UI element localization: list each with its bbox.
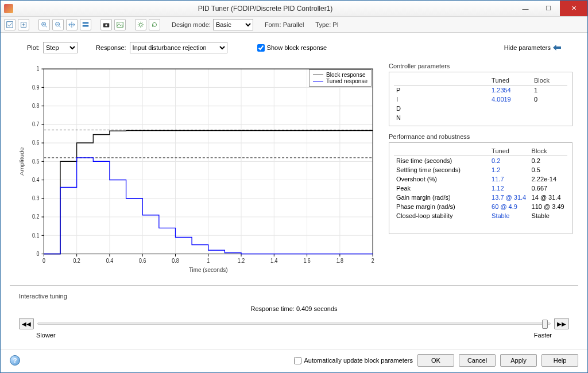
svg-text:0.6: 0.6 [32,139,39,146]
type-label: Type: PI [315,21,338,28]
content-area: Plot: Step Response: Input disturbance r… [1,33,587,349]
zoom-in-icon[interactable] [38,19,50,30]
svg-text:0.8: 0.8 [32,102,39,109]
response-plot[interactable]: 00.20.40.60.811.21.41.61.8200.10.20.30.4… [16,63,378,279]
apply-button[interactable]: Apply [500,354,537,367]
faster-label: Faster [534,332,552,339]
svg-text:0.4: 0.4 [106,258,113,265]
help-icon[interactable]: ? [10,355,20,366]
svg-text:0.1: 0.1 [32,232,39,239]
response-label: Response: [96,44,126,51]
svg-text:0.8: 0.8 [172,258,179,265]
svg-text:2: 2 [372,258,374,265]
response-time-slider[interactable] [37,323,551,325]
svg-text:0.2: 0.2 [73,258,80,265]
svg-text:0.2: 0.2 [32,213,39,220]
svg-text:1.6: 1.6 [303,258,310,265]
legend-swatch-tuned [313,81,323,81]
ok-button[interactable]: OK [417,354,454,367]
plot-select[interactable]: Step [43,42,78,53]
toolbar: Design mode: Basic Form: Parallel Type: … [1,17,587,33]
close-button[interactable]: ✕ [560,1,587,16]
slider-thumb[interactable] [542,320,548,329]
controller-params-title: Controller parameters [389,63,572,69]
svg-text:0.5: 0.5 [32,158,39,165]
svg-text:0.3: 0.3 [32,195,39,202]
mid-row: 00.20.40.60.811.21.41.61.8200.10.20.30.4… [10,63,578,279]
svg-text:0.9: 0.9 [32,84,39,91]
snapshot-icon[interactable] [100,19,112,30]
svg-text:0.6: 0.6 [139,258,146,265]
window-controls: — ☐ ✕ [514,1,587,16]
performance-table: TunedBlock Rise time (seconds)0.20.2Sett… [394,146,567,220]
performance-title: Performance and robustness [389,133,572,140]
svg-rect-4 [83,22,89,24]
legend-icon[interactable] [80,19,91,30]
svg-text:0.4: 0.4 [32,176,39,183]
app-icon [4,4,13,13]
slower-label: Slower [36,332,56,339]
tuning-title: Interactive tuning [19,293,569,300]
form-label: Form: Parallel [265,21,304,28]
controller-params-table: TunedBlock P1.23541I4.00190DN [394,76,567,122]
svg-text:Amplitude: Amplitude [18,147,24,176]
legend-swatch-block [313,75,323,75]
design-mode-select[interactable]: Basic [213,19,253,30]
gear-icon[interactable] [135,19,146,30]
show-block-input[interactable] [257,44,265,52]
picture-icon[interactable] [114,19,126,30]
zoom-out-icon[interactable] [52,19,64,30]
svg-text:1: 1 [37,65,40,72]
footer: ? Automatically update block parameters … [1,349,587,372]
svg-text:1.8: 1.8 [336,258,343,265]
help-button[interactable]: Help [541,354,578,367]
auto-update-input[interactable] [294,357,301,364]
auto-update-checkbox[interactable]: Automatically update block parameters [294,357,413,364]
arrow-left-icon [553,45,561,50]
step-slower-button[interactable]: ◀◀ [19,318,34,329]
export-icon[interactable] [18,19,29,30]
svg-text:1.2: 1.2 [238,258,245,265]
plot-controls-row: Plot: Step Response: Input disturbance r… [10,40,578,57]
pan-icon[interactable] [66,19,78,30]
response-select[interactable]: Input disturbance rejection [130,42,227,53]
svg-rect-0 [7,21,13,28]
update-icon[interactable] [4,19,16,30]
svg-text:1: 1 [207,258,210,265]
svg-rect-5 [83,25,89,26]
response-time-slider-row: ◀◀ ▶▶ [19,318,569,329]
pid-tuner-window: PID Tuner (FODIP/Discrete PID Controller… [0,0,588,373]
right-column: Controller parameters TunedBlock P1.2354… [389,63,572,279]
interactive-tuning-section: Interactive tuning Response time: 0.409 … [10,285,578,342]
svg-text:1.4: 1.4 [270,258,277,265]
plot-canvas: 00.20.40.60.811.21.41.61.8200.10.20.30.4… [16,63,378,279]
plot-label: Plot: [27,44,40,51]
svg-text:0.7: 0.7 [32,121,39,128]
plot-legend: Block response Tuned response [309,69,372,87]
svg-text:Time (seconds): Time (seconds) [189,266,228,273]
titlebar: PID Tuner (FODIP/Discrete PID Controller… [1,1,587,17]
svg-text:0: 0 [37,250,40,257]
svg-point-7 [105,24,107,26]
svg-point-9 [139,23,142,26]
refresh-icon[interactable] [149,19,160,30]
cancel-button[interactable]: Cancel [459,354,496,367]
minimize-button[interactable]: — [514,1,537,16]
step-faster-button[interactable]: ▶▶ [554,318,569,329]
response-time-text: Response time: 0.409 seconds [19,305,569,312]
window-title: PID Tuner (FODIP/Discrete PID Controller… [17,5,514,13]
svg-text:0: 0 [42,258,45,265]
show-block-checkbox[interactable]: Show block response [257,44,327,52]
hide-parameters-link[interactable]: Hide parameters [504,44,561,51]
maximize-button[interactable]: ☐ [537,1,560,16]
controller-params-panel: Controller parameters TunedBlock P1.2354… [389,63,572,126]
performance-panel: Performance and robustness TunedBlock Ri… [389,133,572,234]
design-mode-label: Design mode: [172,21,211,28]
